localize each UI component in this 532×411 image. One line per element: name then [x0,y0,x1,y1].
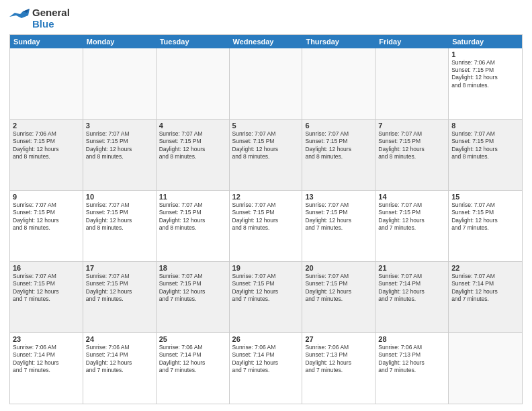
day-number: 26 [232,335,300,343]
day-info: Sunrise: 7:06 AM Sunset: 7:14 PM Dayligh… [159,344,226,375]
day-cell-26: 26Sunrise: 7:06 AM Sunset: 7:14 PM Dayli… [230,333,303,404]
empty-cell [375,48,449,119]
day-number: 3 [86,122,153,130]
header-day-sunday: Sunday [10,35,83,48]
header-day-saturday: Saturday [449,35,522,48]
day-cell-8: 8Sunrise: 7:07 AM Sunset: 7:15 PM Daylig… [449,120,522,190]
calendar-header: SundayMondayTuesdayWednesdayThursdayFrid… [10,35,522,48]
day-info: Sunrise: 7:06 AM Sunset: 7:15 PM Dayligh… [13,130,80,161]
day-cell-12: 12Sunrise: 7:07 AM Sunset: 7:15 PM Dayli… [230,191,303,261]
header-day-monday: Monday [83,35,157,48]
day-info: Sunrise: 7:06 AM Sunset: 7:14 PM Dayligh… [13,344,80,375]
empty-cell [157,48,230,119]
day-number: 21 [378,264,445,272]
day-number: 16 [13,264,80,272]
day-number: 10 [86,193,153,201]
day-cell-7: 7Sunrise: 7:07 AM Sunset: 7:15 PM Daylig… [375,120,449,190]
calendar-row-0: 1Sunrise: 7:06 AM Sunset: 7:15 PM Daylig… [10,48,522,119]
day-info: Sunrise: 7:07 AM Sunset: 7:15 PM Dayligh… [305,273,372,304]
day-info: Sunrise: 7:06 AM Sunset: 7:15 PM Dayligh… [451,59,519,90]
header: General Blue [9,7,523,30]
day-cell-24: 24Sunrise: 7:06 AM Sunset: 7:14 PM Dayli… [83,333,157,404]
empty-cell [449,333,522,404]
day-number: 5 [232,122,300,130]
header-day-wednesday: Wednesday [230,35,303,48]
day-number: 12 [232,193,300,201]
day-cell-9: 9Sunrise: 7:07 AM Sunset: 7:15 PM Daylig… [10,191,83,261]
day-number: 8 [451,122,519,130]
day-cell-25: 25Sunrise: 7:06 AM Sunset: 7:14 PM Dayli… [157,333,230,404]
page: General Blue SundayMondayTuesdayWednesda… [0,0,532,411]
day-info: Sunrise: 7:06 AM Sunset: 7:13 PM Dayligh… [378,344,445,375]
day-info: Sunrise: 7:07 AM Sunset: 7:15 PM Dayligh… [451,130,519,161]
day-info: Sunrise: 7:07 AM Sunset: 7:15 PM Dayligh… [305,201,372,232]
day-number: 20 [305,264,372,272]
empty-cell [302,48,375,119]
day-cell-2: 2Sunrise: 7:06 AM Sunset: 7:15 PM Daylig… [10,120,83,190]
day-number: 14 [378,193,445,201]
day-info: Sunrise: 7:07 AM Sunset: 7:15 PM Dayligh… [86,130,153,161]
header-day-tuesday: Tuesday [157,35,230,48]
day-number: 25 [159,335,226,343]
day-number: 7 [378,122,445,130]
day-number: 18 [159,264,226,272]
day-number: 19 [232,264,300,272]
day-info: Sunrise: 7:07 AM Sunset: 7:15 PM Dayligh… [159,273,226,304]
calendar-body: 1Sunrise: 7:06 AM Sunset: 7:15 PM Daylig… [10,48,522,404]
day-info: Sunrise: 7:07 AM Sunset: 7:15 PM Dayligh… [13,201,80,232]
day-cell-4: 4Sunrise: 7:07 AM Sunset: 7:15 PM Daylig… [157,120,230,190]
day-info: Sunrise: 7:07 AM Sunset: 7:15 PM Dayligh… [86,201,153,232]
day-cell-1: 1Sunrise: 7:06 AM Sunset: 7:15 PM Daylig… [449,48,522,119]
day-info: Sunrise: 7:06 AM Sunset: 7:13 PM Dayligh… [305,344,372,375]
calendar-row-2: 9Sunrise: 7:07 AM Sunset: 7:15 PM Daylig… [10,190,522,261]
day-cell-20: 20Sunrise: 7:07 AM Sunset: 7:15 PM Dayli… [302,262,375,332]
header-day-thursday: Thursday [302,35,375,48]
day-info: Sunrise: 7:07 AM Sunset: 7:15 PM Dayligh… [13,273,80,304]
day-cell-3: 3Sunrise: 7:07 AM Sunset: 7:15 PM Daylig… [83,120,157,190]
day-info: Sunrise: 7:07 AM Sunset: 7:15 PM Dayligh… [232,201,300,232]
calendar: SundayMondayTuesdayWednesdayThursdayFrid… [9,34,523,405]
day-number: 28 [378,335,445,343]
calendar-row-3: 16Sunrise: 7:07 AM Sunset: 7:15 PM Dayli… [10,261,522,332]
day-cell-19: 19Sunrise: 7:07 AM Sunset: 7:15 PM Dayli… [230,262,303,332]
day-number: 11 [159,193,226,201]
day-cell-22: 22Sunrise: 7:07 AM Sunset: 7:14 PM Dayli… [449,262,522,332]
day-info: Sunrise: 7:07 AM Sunset: 7:15 PM Dayligh… [378,201,445,232]
day-cell-10: 10Sunrise: 7:07 AM Sunset: 7:15 PM Dayli… [83,191,157,261]
day-info: Sunrise: 7:07 AM Sunset: 7:15 PM Dayligh… [159,201,226,232]
day-info: Sunrise: 7:07 AM Sunset: 7:15 PM Dayligh… [232,273,300,304]
day-number: 22 [451,264,519,272]
day-number: 6 [305,122,372,130]
logo-text: General Blue [32,7,70,30]
day-cell-13: 13Sunrise: 7:07 AM Sunset: 7:15 PM Dayli… [302,191,375,261]
day-info: Sunrise: 7:06 AM Sunset: 7:14 PM Dayligh… [232,344,300,375]
day-info: Sunrise: 7:07 AM Sunset: 7:15 PM Dayligh… [232,130,300,161]
calendar-row-1: 2Sunrise: 7:06 AM Sunset: 7:15 PM Daylig… [10,119,522,190]
day-number: 27 [305,335,372,343]
day-cell-11: 11Sunrise: 7:07 AM Sunset: 7:15 PM Dayli… [157,191,230,261]
day-number: 1 [451,50,519,58]
day-info: Sunrise: 7:07 AM Sunset: 7:15 PM Dayligh… [159,130,226,161]
day-cell-21: 21Sunrise: 7:07 AM Sunset: 7:14 PM Dayli… [375,262,449,332]
logo: General Blue [9,7,70,30]
day-info: Sunrise: 7:07 AM Sunset: 7:14 PM Dayligh… [451,273,519,304]
day-info: Sunrise: 7:07 AM Sunset: 7:15 PM Dayligh… [451,201,519,232]
day-cell-15: 15Sunrise: 7:07 AM Sunset: 7:15 PM Dayli… [449,191,522,261]
empty-cell [230,48,303,119]
day-info: Sunrise: 7:07 AM Sunset: 7:15 PM Dayligh… [86,273,153,304]
day-number: 17 [86,264,153,272]
day-cell-28: 28Sunrise: 7:06 AM Sunset: 7:13 PM Dayli… [375,333,449,404]
day-cell-5: 5Sunrise: 7:07 AM Sunset: 7:15 PM Daylig… [230,120,303,190]
day-number: 2 [13,122,80,130]
day-info: Sunrise: 7:07 AM Sunset: 7:15 PM Dayligh… [378,130,445,161]
header-day-friday: Friday [375,35,449,48]
day-number: 9 [13,193,80,201]
day-number: 13 [305,193,372,201]
logo-icon [9,9,30,28]
day-number: 23 [13,335,80,343]
day-cell-17: 17Sunrise: 7:07 AM Sunset: 7:15 PM Dayli… [83,262,157,332]
day-number: 4 [159,122,226,130]
empty-cell [83,48,157,119]
day-info: Sunrise: 7:07 AM Sunset: 7:14 PM Dayligh… [378,273,445,304]
day-number: 24 [86,335,153,343]
